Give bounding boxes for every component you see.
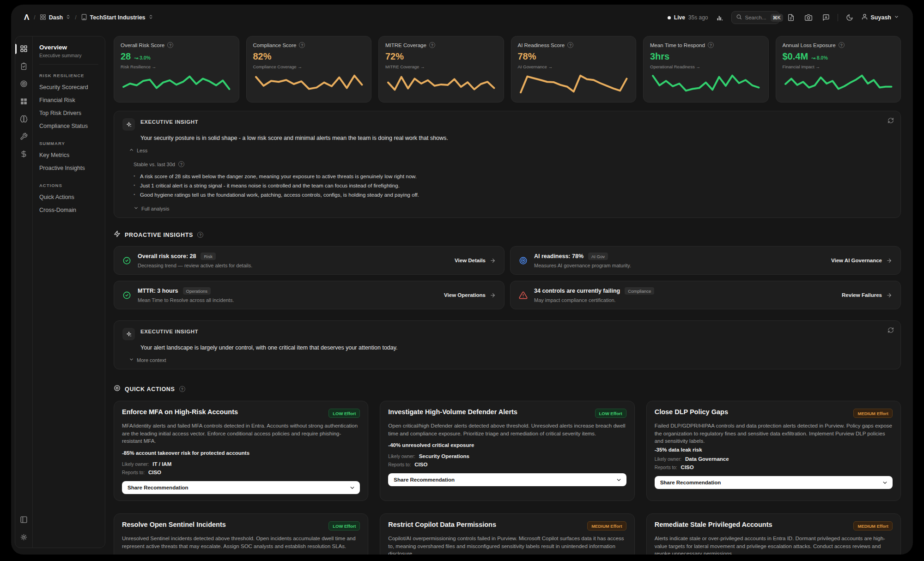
chevron-down-icon xyxy=(129,357,134,363)
dark-mode-moon-icon[interactable] xyxy=(844,12,856,24)
rail-squares-icon[interactable] xyxy=(15,97,32,105)
arrow-right-icon xyxy=(886,292,892,298)
sidebar-item-top-risk-drivers[interactable]: Top Risk Drivers xyxy=(39,107,98,120)
insight-description: Measures AI governance program maturity. xyxy=(534,263,825,268)
help-icon[interactable]: ? xyxy=(567,42,573,48)
rail-dashboard-icon[interactable] xyxy=(15,45,32,53)
gear-icon[interactable] xyxy=(15,533,32,541)
refresh-icon[interactable] xyxy=(888,117,894,126)
more-context-toggle[interactable]: More context xyxy=(129,357,892,363)
target-icon xyxy=(519,256,528,265)
sidebar-item-overview[interactable]: Overview Executive summary xyxy=(39,44,98,65)
kpi-trend-value: 8.0% xyxy=(817,55,828,60)
section-title: PROACTIVE INSIGHTS xyxy=(125,232,193,238)
insights-grid: Overall risk score: 28Risk Decreasing tr… xyxy=(114,246,901,309)
help-icon[interactable]: ? xyxy=(197,232,203,238)
breadcrumb-org[interactable]: TechStart Industries xyxy=(81,14,153,22)
sidebar-item-proactive-insights[interactable]: Proactive Insights xyxy=(39,162,98,175)
kpi-link[interactable]: Financial Impact → xyxy=(783,64,894,69)
arrow-right-icon xyxy=(490,258,496,264)
check-circle-icon xyxy=(122,291,132,300)
kpi-title: Compliance Score xyxy=(253,42,297,48)
effort-badge: MEDIUM Effort xyxy=(853,409,893,418)
kpi-link[interactable]: MITRE Coverage → xyxy=(385,64,497,69)
feedback-icon[interactable] xyxy=(820,12,832,24)
proactive-insights-header: PROACTIVE INSIGHTS ? xyxy=(114,230,901,239)
kpi-link[interactable]: Compliance Coverage → xyxy=(253,64,365,69)
view-ai-governance-button[interactable]: View AI Governance xyxy=(831,258,892,264)
disc-icon xyxy=(114,385,121,393)
kpi-card-mean-time-to-respond[interactable]: Mean Time to Respond? 3hrs Operational R… xyxy=(643,36,769,103)
review-failures-button[interactable]: Review Failures xyxy=(842,292,892,298)
sidebar-item-compliance-status[interactable]: Compliance Status xyxy=(39,120,98,133)
share-recommendation-select[interactable]: Share Recommendation xyxy=(388,473,626,486)
sidebar-item-cross-domain[interactable]: Cross-Domain xyxy=(39,204,98,217)
reports-value: CISO xyxy=(148,470,161,475)
sidebar-item-security-scorecard[interactable]: Security Scorecard xyxy=(39,81,98,94)
help-icon[interactable]: ? xyxy=(167,42,173,48)
kpi-link[interactable]: Risk Resilience → xyxy=(121,64,232,69)
view-details-button[interactable]: View Details xyxy=(455,258,496,264)
executive-insight-panel: EXECUTIVE INSIGHT Your security posture … xyxy=(114,111,901,218)
document-icon[interactable] xyxy=(785,12,797,24)
action-card-defender-alerts: Investigate High-Volume Defender AlertsL… xyxy=(380,401,634,501)
insight-badge: Risk xyxy=(201,253,215,260)
kpi-title: AI Readiness Score xyxy=(518,42,565,48)
share-recommendation-select[interactable]: Share Recommendation xyxy=(655,476,893,489)
view-operations-button[interactable]: View Operations xyxy=(444,292,496,298)
breadcrumb-dash[interactable]: Dash xyxy=(40,14,71,22)
kpi-value: 82% xyxy=(253,51,272,62)
breadcrumb: Λ / Dash / TechStart Industries xyxy=(24,13,153,22)
help-icon[interactable]: ? xyxy=(839,42,845,48)
search-box[interactable]: ⌘K xyxy=(731,11,779,24)
help-icon[interactable]: ? xyxy=(429,42,435,48)
panel-toggle-icon[interactable] xyxy=(15,516,32,524)
rail-brain-icon[interactable] xyxy=(15,115,32,123)
executive-insight-panel-2: EXECUTIVE INSIGHT Your alert landscape i… xyxy=(114,320,901,369)
rail-clipboard-icon[interactable] xyxy=(15,62,32,70)
kpi-link[interactable]: AI Governance → xyxy=(518,64,630,69)
user-menu[interactable]: Suyash xyxy=(861,13,899,22)
kpi-link[interactable]: Operational Readiness → xyxy=(650,64,762,69)
action-title: Investigate High-Volume Defender Alerts xyxy=(388,408,590,416)
app-logo: Λ xyxy=(24,13,30,22)
breadcrumb-org-label: TechStart Industries xyxy=(90,14,146,21)
collapse-toggle[interactable]: Less xyxy=(129,147,892,153)
help-icon[interactable]: ? xyxy=(708,42,714,48)
refresh-icon[interactable] xyxy=(888,327,894,335)
user-icon xyxy=(861,13,868,22)
nav-section-risk-resilience: RISK RESILIENCE Security Scorecard Finan… xyxy=(39,73,98,133)
sidebar-item-quick-actions[interactable]: Quick Actions xyxy=(39,191,98,204)
top-bar: Λ / Dash / TechStart Industries Live 35s… xyxy=(11,5,913,30)
kpi-card-overall-risk-score[interactable]: Overall Risk Score? 28↝ 3.0% Risk Resili… xyxy=(114,36,239,103)
share-recommendation-select[interactable]: Share Recommendation xyxy=(122,481,360,494)
help-icon[interactable]: ? xyxy=(179,386,185,392)
activity-bars-icon[interactable] xyxy=(714,12,726,24)
kpi-card-mitre-coverage[interactable]: MITRE Coverage? 72% MITRE Coverage → xyxy=(378,36,504,103)
action-description: Alerts indicate stale or over-privileged… xyxy=(655,535,893,555)
action-impact: -35% data leak risk xyxy=(655,447,893,452)
camera-icon[interactable] xyxy=(802,12,815,24)
sidebar-item-key-metrics[interactable]: Key Metrics xyxy=(39,149,98,162)
insight-title: AI readiness: 78% xyxy=(534,253,584,259)
action-title: Restrict Copilot Data Permissions xyxy=(388,521,583,528)
reports-label: Reports to: xyxy=(655,465,677,470)
help-icon[interactable]: ? xyxy=(299,42,305,48)
breadcrumb-dash-label: Dash xyxy=(49,14,63,21)
kpi-card-compliance-score[interactable]: Compliance Score? 82% Compliance Coverag… xyxy=(246,36,372,103)
search-input[interactable] xyxy=(745,15,767,20)
kpi-card-ai-readiness[interactable]: AI Readiness Score? 78% AI Governance → xyxy=(511,36,637,103)
kpi-title: Annual Loss Exposure xyxy=(783,42,836,48)
full-analysis-toggle[interactable]: Full analysis xyxy=(134,205,892,211)
rail-dollar-icon[interactable] xyxy=(15,150,32,158)
sidebar-item-financial-risk[interactable]: Financial Risk xyxy=(39,94,98,107)
building-icon xyxy=(81,14,87,22)
rail-target-icon[interactable] xyxy=(15,80,32,88)
effort-badge: LOW Effort xyxy=(328,409,360,418)
breadcrumb-separator: / xyxy=(75,14,76,21)
kpi-row: Overall Risk Score? 28↝ 3.0% Risk Resili… xyxy=(114,36,901,103)
rail-wrench-icon[interactable] xyxy=(15,133,32,140)
kpi-card-annual-loss-exposure[interactable]: Annual Loss Exposure? $0.4M↝ 8.0% Financ… xyxy=(776,36,901,103)
action-description: Unresolved Sentinel incidents detected a… xyxy=(122,535,360,550)
help-icon[interactable]: ? xyxy=(178,161,184,167)
